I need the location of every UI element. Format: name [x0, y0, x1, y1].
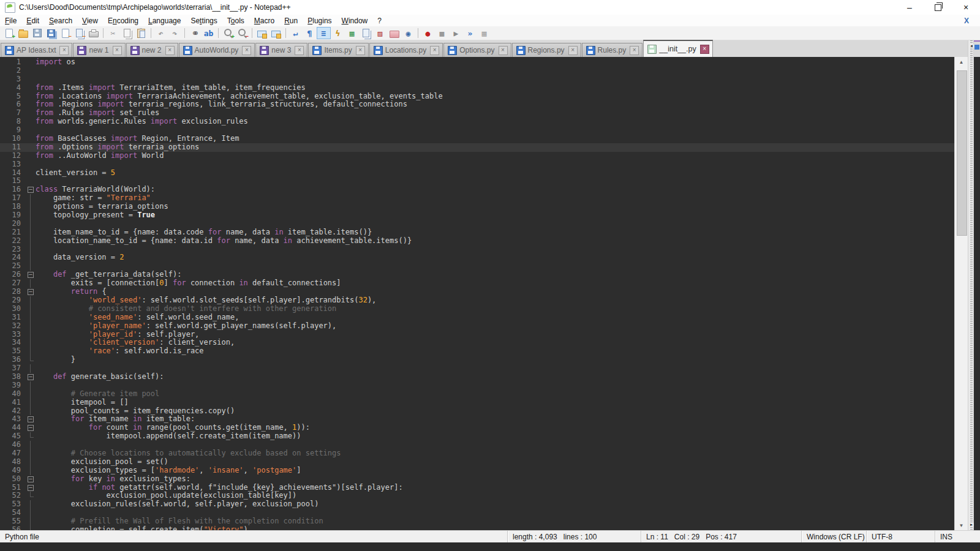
line-number[interactable]: 11	[0, 143, 26, 152]
code-line[interactable]: 16–class TerrariaWorld(World):	[0, 186, 954, 194]
code-line[interactable]: 36 }	[0, 356, 954, 364]
tab-close-icon[interactable]: ×	[499, 46, 508, 55]
menu-item-settings[interactable]: Settings	[186, 15, 222, 26]
code-line[interactable]: 27 exits = [connection[0] for connection…	[0, 279, 954, 288]
fold-collapse-icon[interactable]: –	[28, 485, 34, 491]
code-line[interactable]: 25	[0, 262, 954, 271]
line-number[interactable]: 3	[0, 75, 26, 84]
line-number[interactable]: 35	[0, 347, 26, 356]
line-number[interactable]: 49	[0, 467, 26, 475]
menubar-close-doc-icon[interactable]: X	[964, 17, 969, 25]
tab-new-1[interactable]: new 1×	[73, 43, 125, 57]
define-language-icon[interactable]: ϟ	[331, 27, 345, 39]
code-line[interactable]: 41 itempool = []	[0, 399, 954, 407]
tab-options.py[interactable]: Options.py×	[443, 43, 511, 57]
code-editor[interactable]: 1import os234from .Items import Terraria…	[0, 57, 954, 530]
tab-ap-ideas.txt[interactable]: AP Ideas.txt×	[1, 43, 72, 57]
function-list-icon[interactable]: ▨	[373, 27, 387, 39]
menu-item-tools[interactable]: Tools	[222, 15, 249, 26]
macro-play-icon[interactable]: ▶	[449, 27, 463, 39]
document-map-icon[interactable]: ▦	[345, 27, 359, 39]
copy-icon[interactable]	[120, 27, 134, 39]
line-number[interactable]: 50	[0, 475, 26, 484]
line-number[interactable]: 37	[0, 364, 26, 373]
close-icon[interactable]: −	[58, 27, 72, 39]
menu-item-edit[interactable]: Edit	[21, 15, 44, 26]
code-line[interactable]: 33 'player_id': self.player,	[0, 331, 954, 339]
line-number[interactable]: 25	[0, 262, 26, 271]
line-number[interactable]: 20	[0, 220, 26, 228]
close-button[interactable]: ×	[952, 0, 980, 15]
menu-item-run[interactable]: Run	[279, 15, 303, 26]
line-number[interactable]: 52	[0, 492, 26, 500]
code-line[interactable]: 28– return {	[0, 288, 954, 296]
line-number[interactable]: 15	[0, 177, 26, 186]
line-number[interactable]: 16	[0, 186, 26, 194]
save-icon[interactable]	[30, 27, 44, 39]
code-line[interactable]: 21 item_name_to_id = {name: data.code fo…	[0, 228, 954, 237]
code-line[interactable]: 24 data_version = 2	[0, 253, 954, 262]
cut-icon[interactable]: ✂	[106, 27, 120, 39]
new-file-icon[interactable]: +	[2, 27, 16, 39]
tab-close-icon[interactable]: ×	[430, 46, 439, 55]
menu-item-search[interactable]: Search	[44, 15, 77, 26]
zoom-in-icon[interactable]: +	[221, 27, 235, 39]
code-line[interactable]: 43– for item_name in item_table:	[0, 415, 954, 424]
code-line[interactable]: 46	[0, 441, 954, 449]
tab-items.py[interactable]: Items.py×	[308, 43, 368, 57]
redo-icon[interactable]: ↷	[168, 27, 182, 39]
open-file-icon[interactable]	[16, 27, 30, 39]
code-line[interactable]: 15	[0, 177, 954, 186]
code-line[interactable]: 26– def _get_terraria_data(self):	[0, 271, 954, 279]
word-wrap-icon[interactable]: ↵	[288, 27, 303, 39]
fold-collapse-icon[interactable]: –	[28, 425, 34, 431]
code-line[interactable]: 10from BaseClasses import Region, Entran…	[0, 135, 954, 143]
fold-collapse-icon[interactable]: –	[28, 272, 34, 278]
tab-locations.py[interactable]: Locations.py×	[369, 43, 443, 57]
tab-close-icon[interactable]: ×	[295, 46, 304, 55]
splitter-right-arrow-icon[interactable]: ►	[969, 523, 974, 527]
line-number[interactable]: 56	[0, 526, 26, 530]
macro-run-multiple-icon[interactable]: »	[463, 27, 477, 39]
code-line[interactable]: 31 'seed_name': self.world.seed_name,	[0, 313, 954, 322]
tab-__init__.py[interactable]: __init__.py×	[643, 40, 712, 57]
tab-new-3[interactable]: new 3×	[255, 43, 307, 57]
line-number[interactable]: 17	[0, 194, 26, 203]
macro-stop-icon[interactable]: ■	[435, 27, 449, 39]
code-line[interactable]: 9	[0, 126, 954, 135]
undo-icon[interactable]: ↶	[154, 27, 168, 39]
menu-item-language[interactable]: Language	[143, 15, 186, 26]
code-line[interactable]: 12from ..AutoWorld import World	[0, 152, 954, 160]
line-number[interactable]: 28	[0, 288, 26, 296]
line-number[interactable]: 21	[0, 228, 26, 237]
document-list-icon[interactable]	[359, 27, 373, 39]
print-icon[interactable]	[86, 27, 100, 39]
line-number[interactable]: 18	[0, 203, 26, 211]
code-line[interactable]: 40 # Generate item pool	[0, 390, 954, 399]
close-all-icon[interactable]: −	[72, 27, 86, 39]
tab-close-icon[interactable]: ×	[59, 46, 69, 55]
code-line[interactable]: 56 completion = self.create_item("Victor…	[0, 526, 954, 530]
tab-close-icon[interactable]: ×	[242, 46, 251, 55]
code-line[interactable]: 32 'player_name': self.world.get_player_…	[0, 322, 954, 331]
fold-collapse-icon[interactable]: –	[28, 416, 34, 422]
code-line[interactable]: 53 exclusion_rules(self.world, self.play…	[0, 500, 954, 509]
code-line[interactable]: 42 pool_counts = item_frequencies.copy()	[0, 407, 954, 416]
save-all-icon[interactable]	[44, 27, 58, 39]
view-splitter[interactable]: ◄ ►	[968, 40, 974, 530]
tab-close-icon[interactable]: ×	[165, 46, 175, 55]
scroll-up-icon[interactable]: ▲	[955, 57, 968, 67]
line-number[interactable]: 33	[0, 331, 26, 339]
line-number[interactable]: 39	[0, 381, 26, 390]
sync-horizontal-scroll-icon[interactable]	[269, 27, 283, 39]
menu-item-encoding[interactable]: Encoding	[103, 15, 143, 26]
code-line[interactable]: 2	[0, 67, 954, 75]
menu-item-help[interactable]: ?	[372, 15, 386, 26]
restore-button[interactable]	[924, 0, 952, 15]
code-line[interactable]: 13	[0, 160, 954, 169]
code-line[interactable]: 44– for count in range(pool_counts.get(i…	[0, 424, 954, 432]
menu-item-plugins[interactable]: Plugins	[303, 15, 336, 26]
line-number[interactable]: 24	[0, 253, 26, 262]
secondary-view-strip[interactable]	[974, 40, 980, 530]
paste-icon[interactable]	[134, 27, 148, 39]
